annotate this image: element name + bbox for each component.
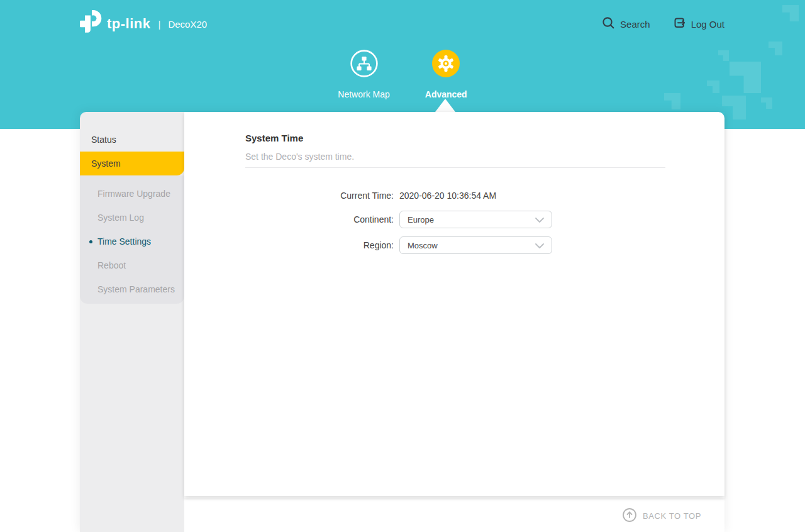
main-nav: Network Map [0,50,805,99]
logout-button[interactable]: Log Out [673,16,724,31]
sidebar-item-system-log[interactable]: System Log [80,206,184,230]
page-title: System Time [245,133,665,143]
sidebar-item-system-parameters[interactable]: System Parameters [80,277,184,301]
region-row: Region: Moscow [245,236,665,254]
sidebar-item-reboot[interactable]: Reboot [80,253,184,277]
search-icon [602,16,615,31]
search-label: Search [620,19,650,30]
main-panel: System Time Set the Deco's system time. … [184,112,724,496]
region-label: Region: [245,240,399,250]
nav-advanced-label: Advanced [425,89,467,99]
submenu-label: Firmware Upgrade [97,189,170,199]
submenu-label: System Log [97,213,144,223]
divider [245,167,665,168]
submenu-label: System Parameters [97,284,175,294]
logout-icon [673,16,686,31]
system-submenu: Firmware Upgrade System Log Time Setting… [80,175,184,304]
topbar: tp-link | DecoX20 Search [0,0,805,48]
footer-bar: BACK TO TOP [184,499,724,532]
chevron-down-icon [535,241,544,250]
brand-name: tp-link [107,16,151,32]
back-to-top-label: BACK TO TOP [643,511,701,521]
current-time-label: Current Time: [245,191,399,201]
sidebar: Status System Firmware Upgrade System Lo… [80,112,184,532]
sidebar-item-firmware-upgrade[interactable]: Firmware Upgrade [80,182,184,206]
search-button[interactable]: Search [602,16,650,31]
header-banner: tp-link | DecoX20 Search [0,0,805,129]
submenu-label: Time Settings [97,236,151,247]
top-actions: Search Log Out [602,16,724,31]
brand-logo: tp-link | DecoX20 [80,10,207,38]
nav-network-map-label: Network Map [338,89,389,99]
tp-link-logo-icon [80,10,103,38]
nav-network-map[interactable]: Network Map [338,50,389,99]
sidebar-item-system[interactable]: System [80,152,184,175]
network-map-icon [350,50,378,80]
brand-model: DecoX20 [168,19,207,30]
region-selected-value: Moscow [408,241,438,250]
continent-label: Continent: [245,214,399,224]
current-time-value: 2020-06-20 10:36:54 AM [399,191,496,201]
chevron-down-icon [535,215,544,224]
continent-select[interactable]: Europe [399,211,552,228]
submenu-label: Reboot [97,260,126,270]
brand-separator: | [158,19,161,30]
sidebar-item-status[interactable]: Status [80,128,184,152]
main-column: System Time Set the Deco's system time. … [184,112,724,532]
page-subtitle: Set the Deco's system time. [245,152,665,162]
gear-icon [432,50,460,80]
current-time-row: Current Time: 2020-06-20 10:36:54 AM [245,191,665,201]
back-to-top-button[interactable]: BACK TO TOP [622,507,701,524]
time-settings-form: Current Time: 2020-06-20 10:36:54 AM Con… [245,191,665,254]
continent-row: Continent: Europe [245,211,665,228]
nav-advanced[interactable]: Advanced [425,50,467,99]
logout-label: Log Out [691,19,724,30]
active-bullet-icon [89,240,92,243]
content-card: Status System Firmware Upgrade System Lo… [80,112,724,532]
arrow-up-circle-icon [622,507,637,524]
active-tab-pointer [435,99,455,112]
sidebar-item-time-settings[interactable]: Time Settings [80,230,184,253]
continent-selected-value: Europe [408,215,434,224]
region-select[interactable]: Moscow [399,236,552,254]
